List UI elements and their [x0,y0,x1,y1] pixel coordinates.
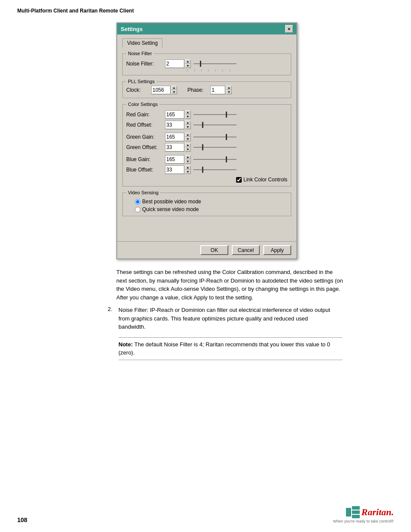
blue-offset-slider[interactable] [191,169,237,170]
green-gain-down-btn[interactable]: ▼ [185,137,191,141]
green-gain-up-btn[interactable]: ▲ [185,133,191,137]
note-label: Note: [118,341,134,348]
radio-quick-mode[interactable] [135,207,140,212]
blue-offset-label: Blue Offset: [126,167,165,173]
red-offset-slider[interactable] [191,124,237,125]
noise-filter-tick-marks: | | | | | | | [187,69,230,72]
red-gain-down-btn[interactable]: ▼ [185,115,191,119]
clock-down-btn[interactable]: ▼ [171,90,177,94]
phase-label: Phase: [187,87,203,93]
dialog-body: Video Setting Noise Filter Noise Filter:… [117,34,296,237]
red-offset-spinbox: ▲ ▼ [165,121,191,129]
color-settings-legend: Color Settings [126,102,159,107]
green-offset-slider[interactable] [191,147,237,148]
dialog-close-button[interactable]: × [285,25,293,33]
body-text-section: These settings can be refreshed using th… [116,268,345,306]
svg-rect-0 [346,508,351,516]
link-color-checkbox[interactable] [236,177,242,183]
blue-offset-down-btn[interactable]: ▼ [185,170,191,174]
noise-filter-down-btn[interactable]: ▼ [185,64,191,68]
pll-settings-legend: PLL Settings [126,79,156,84]
red-gain-slider[interactable] [191,114,237,115]
green-gain-slider[interactable] [191,137,237,137]
green-offset-row: Green Offset: ▲ ▼ [126,143,287,152]
red-gain-input[interactable] [165,110,184,119]
tab-bar: Video Setting [122,38,291,47]
green-gain-spinbox: ▲ ▼ [165,133,191,141]
red-offset-label: Red Offset: [126,122,165,128]
blue-gain-slider-track [193,159,237,160]
noise-filter-group: Noise Filter Noise Filter: ▲ ▼ [122,51,291,75]
red-offset-row: Red Offset: ▲ ▼ [126,121,287,129]
green-offset-down-btn[interactable]: ▼ [185,147,191,152]
red-offset-down-btn[interactable]: ▼ [185,125,191,129]
dialog-titlebar: Settings × [117,23,296,34]
blue-gain-label: Blue Gain: [126,156,165,162]
logo-icon [346,506,360,518]
blue-gain-row: Blue Gain: ▲ ▼ [126,155,287,164]
page-footer: 108 Raritan. When you're ready to take c… [0,506,411,523]
video-sensing-legend: Video Sensing [126,190,160,195]
noise-filter-slider-handle [200,61,201,67]
blue-gain-input[interactable] [165,155,184,164]
noise-filter-slider-track [193,63,237,64]
apply-button[interactable]: Apply [263,245,291,255]
dialog-footer: OK Cancel Apply [117,241,296,258]
svg-rect-1 [352,506,360,510]
red-offset-slider-handle [202,122,203,128]
green-offset-up-btn[interactable]: ▲ [185,143,191,147]
noise-filter-slider[interactable] [191,63,237,64]
green-offset-label: Green Offset: [126,144,165,150]
blue-offset-spin-buttons: ▲ ▼ [185,165,191,174]
blue-gain-slider-handle [226,156,227,162]
blue-offset-row: Blue Offset: ▲ ▼ [126,165,287,174]
blue-offset-up-btn[interactable]: ▲ [185,165,191,170]
red-gain-slider-handle [226,112,227,118]
raritan-logo: Raritan. [346,506,394,518]
phase-down-btn[interactable]: ▼ [226,90,232,94]
green-offset-input[interactable] [165,143,184,152]
radio-best-mode-row: Best possible video mode [135,199,287,205]
red-gain-up-btn[interactable]: ▲ [185,110,191,115]
green-gain-spin-buttons: ▲ ▼ [185,133,191,141]
page-header: Multi-Platform Client and Raritan Remote… [0,0,411,18]
noise-filter-input[interactable] [165,59,184,68]
svg-rect-2 [352,510,360,514]
color-settings-group: Color Settings Red Gain: ▲ ▼ [122,102,291,187]
clock-up-btn[interactable]: ▲ [171,86,177,90]
settings-dialog-wrapper: Settings × Video Setting Noise Filter No… [116,22,297,259]
green-offset-slider-track [193,147,237,148]
cancel-button[interactable]: Cancel [232,245,260,255]
settings-dialog: Settings × Video Setting Noise Filter No… [116,22,297,259]
body-paragraph1: These settings can be refreshed using th… [116,268,345,302]
phase-input[interactable] [210,86,225,94]
clock-spin-buttons: ▲ ▼ [171,86,177,94]
radio-best-mode[interactable] [135,199,140,205]
blue-gain-spinbox: ▲ ▼ [165,155,191,164]
dialog-title: Settings [121,26,143,32]
red-offset-up-btn[interactable]: ▲ [185,121,191,125]
noise-filter-up-btn[interactable]: ▲ [185,59,191,64]
noise-filter-legend: Noise Filter [126,51,154,56]
red-gain-spinbox: ▲ ▼ [165,110,191,119]
noise-filter-row: Noise Filter: ▲ ▼ [126,59,287,68]
clock-input[interactable] [151,86,171,94]
blue-gain-down-btn[interactable]: ▼ [185,159,191,164]
blue-offset-slider-handle [202,167,203,173]
blue-offset-input[interactable] [165,165,184,174]
red-offset-input[interactable] [165,121,184,129]
green-gain-input[interactable] [165,133,184,141]
blue-gain-slider[interactable] [191,159,237,160]
radio-quick-mode-label: Quick sense video mode [142,206,199,212]
tab-video-setting[interactable]: Video Setting [122,38,162,48]
green-offset-slider-handle [202,144,203,150]
phase-up-btn[interactable]: ▲ [226,86,232,90]
red-offset-slider-track [193,124,237,125]
item2-number: 2. [108,306,118,331]
red-gain-row: Red Gain: ▲ ▼ [126,110,287,119]
ok-button[interactable]: OK [200,245,228,255]
note-text: The default Noise Filter is 4; Raritan r… [118,341,330,356]
blue-gain-up-btn[interactable]: ▲ [185,155,191,159]
dialog-spacer [122,220,291,233]
clock-label: Clock: [126,87,148,93]
